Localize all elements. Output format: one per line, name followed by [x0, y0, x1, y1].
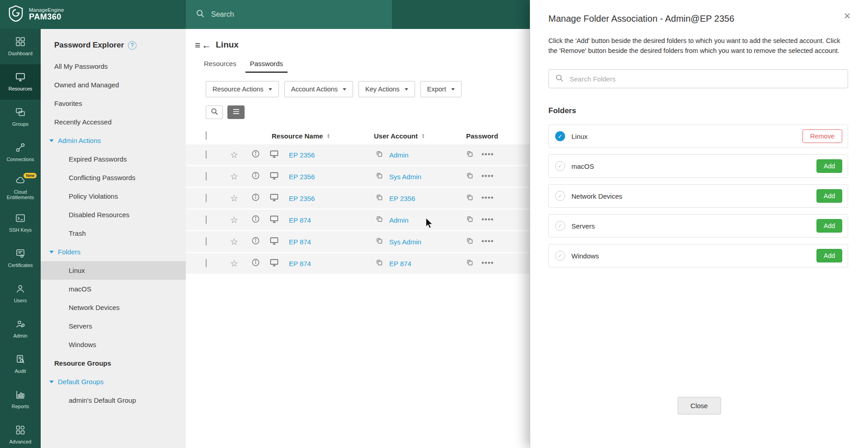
- list-view-toggle-button[interactable]: [227, 105, 245, 119]
- resource-name-link[interactable]: EP 874: [289, 216, 311, 224]
- resource-name-link[interactable]: EP 2356: [289, 195, 315, 202]
- explorer-item-admins-default-group[interactable]: admin's Default Group: [41, 391, 186, 410]
- explorer-folder-windows[interactable]: Windows: [41, 335, 186, 354]
- rail-item-dashboard[interactable]: Dashboard: [0, 29, 41, 64]
- copy-account-icon[interactable]: [376, 150, 383, 159]
- tab-resources[interactable]: Resources: [199, 56, 241, 73]
- favorite-star-icon[interactable]: ☆: [230, 259, 238, 268]
- user-account-link[interactable]: Admin: [389, 216, 409, 224]
- copy-password-icon[interactable]: [466, 194, 473, 203]
- connections-icon: [15, 143, 25, 154]
- copy-account-icon[interactable]: [376, 194, 383, 203]
- copy-password-icon[interactable]: [466, 237, 473, 246]
- add-button[interactable]: Add: [816, 159, 842, 173]
- explorer-item-favorites[interactable]: Favorites: [41, 94, 186, 113]
- user-account-link[interactable]: Sys Admin: [389, 173, 421, 181]
- row-checkbox[interactable]: [206, 259, 207, 267]
- copy-account-icon[interactable]: [376, 259, 383, 268]
- favorite-star-icon[interactable]: ☆: [230, 237, 238, 246]
- rail-item-resources[interactable]: Resources: [0, 64, 41, 100]
- rail-item-audit[interactable]: Audit: [0, 347, 41, 382]
- resource-actions-button[interactable]: Resource Actions: [206, 81, 279, 97]
- rail-item-reports[interactable]: Reports: [0, 382, 41, 417]
- resource-name-link[interactable]: EP 2356: [289, 173, 315, 181]
- rail-item-cloud-entitlements[interactable]: New Cloud Entitlements: [0, 170, 41, 205]
- help-icon[interactable]: ?: [128, 41, 137, 50]
- copy-password-icon[interactable]: [466, 259, 473, 268]
- folder-search-input[interactable]: [570, 75, 841, 83]
- explorer-item-resource-groups[interactable]: Resource Groups: [41, 354, 186, 372]
- row-checkbox[interactable]: [206, 216, 207, 224]
- copy-password-icon[interactable]: [466, 150, 473, 159]
- explorer-folder-servers[interactable]: Servers: [41, 317, 186, 335]
- global-search-input[interactable]: [211, 10, 382, 19]
- explorer-item-disabled-resources[interactable]: Disabled Resources: [41, 205, 186, 224]
- row-checkbox[interactable]: [206, 151, 207, 159]
- explorer-folder-macos[interactable]: macOS: [41, 280, 186, 298]
- copy-password-icon[interactable]: [466, 215, 473, 224]
- resource-name-link[interactable]: EP 874: [289, 260, 311, 267]
- table-search-button[interactable]: [206, 105, 223, 119]
- explorer-item-owned-and-managed[interactable]: Owned and Managed: [41, 76, 186, 94]
- user-account-link[interactable]: Admin: [389, 151, 409, 159]
- close-icon[interactable]: ✕: [844, 12, 851, 20]
- favorite-star-icon[interactable]: ☆: [230, 194, 238, 203]
- close-button[interactable]: Close: [677, 397, 721, 415]
- user-account-link[interactable]: EP 874: [389, 260, 411, 267]
- add-button[interactable]: Add: [816, 219, 842, 233]
- collapse-sidebar-icon[interactable]: ≡←: [195, 40, 211, 50]
- explorer-group-default-groups[interactable]: Default Groups: [41, 372, 186, 391]
- resource-name-link[interactable]: EP 2356: [289, 151, 315, 159]
- tab-passwords[interactable]: Passwords: [245, 56, 288, 73]
- explorer-folder-linux[interactable]: Linux: [41, 261, 186, 280]
- add-button[interactable]: Add: [816, 249, 842, 262]
- select-all-checkbox[interactable]: [206, 132, 207, 140]
- user-account-link[interactable]: EP 2356: [389, 195, 415, 202]
- copy-account-icon[interactable]: [376, 215, 383, 224]
- row-checkbox[interactable]: [206, 194, 207, 202]
- explorer-item-recently-accessed[interactable]: Recently Accessed: [41, 113, 186, 131]
- chevron-down-icon: [49, 381, 54, 383]
- info-icon[interactable]: [252, 237, 259, 247]
- add-button[interactable]: Add: [816, 189, 842, 203]
- explorer-item-conflicting-passwords[interactable]: Conflicting Passwords: [41, 168, 186, 187]
- explorer-group-admin-actions[interactable]: Admin Actions: [41, 131, 186, 150]
- export-button[interactable]: Export: [420, 81, 462, 97]
- rail-item-ssh-keys[interactable]: SSH Keys: [0, 205, 41, 241]
- info-icon[interactable]: [252, 215, 259, 225]
- account-actions-button[interactable]: Account Actions: [284, 81, 353, 97]
- column-header-user-account[interactable]: User Account ▲▼: [374, 132, 425, 140]
- resource-name-link[interactable]: EP 874: [289, 238, 311, 246]
- user-account-link[interactable]: Sys Admin: [389, 238, 421, 246]
- remove-button[interactable]: Remove: [802, 129, 842, 143]
- explorer-item-policy-violations[interactable]: Policy Violations: [41, 187, 186, 205]
- rail-item-certificates[interactable]: Certificates: [0, 241, 41, 276]
- info-icon[interactable]: [252, 150, 259, 160]
- rail-item-advanced[interactable]: Advanced: [0, 417, 41, 448]
- rail-item-users[interactable]: Users: [0, 276, 41, 311]
- rail-item-groups[interactable]: Groups: [0, 100, 41, 135]
- explorer-item-all-my-passwords[interactable]: All My Passwords: [41, 57, 186, 76]
- info-icon[interactable]: [252, 172, 259, 181]
- rail-item-connections[interactable]: Connections: [0, 135, 41, 170]
- brand-name: ManageEngine: [29, 7, 64, 13]
- explorer-group-folders[interactable]: Folders: [41, 243, 186, 261]
- column-header-resource-name[interactable]: Resource Name ▲▼: [272, 132, 330, 140]
- info-icon[interactable]: [252, 259, 259, 268]
- key-actions-button[interactable]: Key Actions: [359, 81, 415, 97]
- explorer-folder-network-devices[interactable]: Network Devices: [41, 298, 186, 317]
- favorite-star-icon[interactable]: ☆: [230, 172, 238, 181]
- row-checkbox[interactable]: [206, 238, 207, 246]
- copy-account-icon[interactable]: [376, 237, 383, 246]
- rail-label: Audit: [14, 368, 26, 374]
- unassociated-check-icon: ✓: [555, 251, 565, 261]
- rail-item-admin[interactable]: Admin: [0, 311, 41, 347]
- info-icon[interactable]: [252, 194, 259, 203]
- copy-password-icon[interactable]: [466, 172, 473, 181]
- row-checkbox[interactable]: [206, 172, 207, 181]
- copy-account-icon[interactable]: [376, 172, 383, 181]
- favorite-star-icon[interactable]: ☆: [230, 215, 238, 224]
- favorite-star-icon[interactable]: ☆: [230, 150, 238, 159]
- explorer-item-trash[interactable]: Trash: [41, 224, 186, 243]
- explorer-item-expired-passwords[interactable]: Expired Passwords: [41, 150, 186, 168]
